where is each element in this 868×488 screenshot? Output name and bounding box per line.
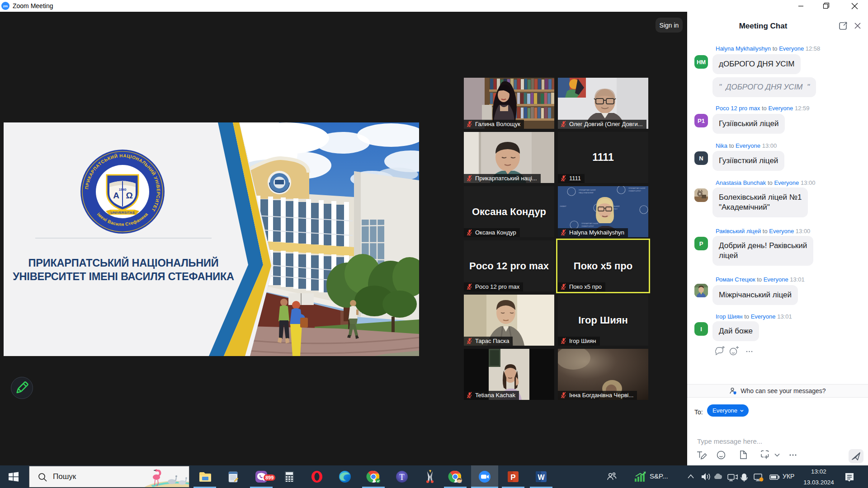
svg-text:НАЦІОНАЛЬНИЙ: НАЦІОНАЛЬНИЙ	[579, 192, 593, 194]
svg-text:W: W	[538, 474, 545, 481]
svg-text:УНІВЕРСИТЕТ: УНІВЕРСИТЕТ	[628, 190, 641, 192]
svg-text:P: P	[510, 473, 515, 482]
svg-text:А: А	[113, 191, 119, 200]
svg-text:Ω: Ω	[126, 191, 132, 200]
svg-text:1940: 1940	[119, 188, 127, 192]
svg-text:ПРИКАРПАТСЬКИЙ НАЦІОНАЛЬНИЙ: ПРИКАРПАТСЬКИЙ НАЦІОНАЛЬНИЙ	[28, 257, 219, 269]
svg-text:zm: zm	[3, 4, 8, 8]
svg-text:УНІВЕРСИТЕТ ІМЕНІ ВАСИЛЯ СТЕФА: УНІВЕРСИТЕТ ІМЕНІ ВАСИЛЯ СТЕФАНИКА	[13, 271, 234, 282]
svg-text:ПРИКАРПАТСЬКИЙ: ПРИКАРПАТСЬКИЙ	[579, 189, 595, 191]
svg-text:T: T	[400, 473, 405, 482]
svg-text:ПРИКАРПАТСЬКИЙ: ПРИКАРПАТСЬКИЙ	[628, 187, 645, 189]
svg-text:UNIVERSITAS: UNIVERSITAS	[110, 211, 135, 215]
svg-text:УНІВЕР: УНІВЕР	[560, 205, 566, 207]
svg-text:ПРИКАРПАТСЬКИЙ: ПРИКАРПАТСЬКИЙ	[581, 222, 598, 225]
svg-text:УНІВЕРСИТЕТ: УНІВЕРСИТЕТ	[581, 225, 594, 227]
